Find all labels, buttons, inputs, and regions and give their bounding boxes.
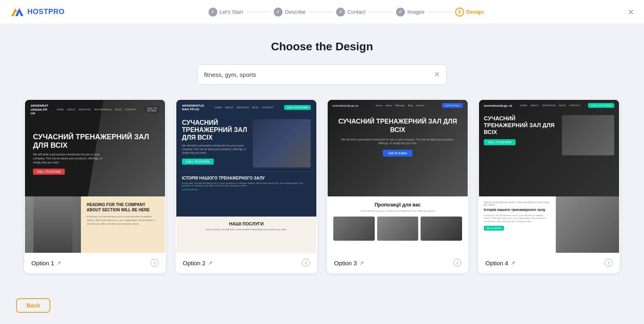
card4-external-icon[interactable]: ↗ [511,260,515,266]
logo: HOSTPRO [10,5,65,19]
card3-hero-title: Сучасний тренажерний зал для всіх [336,118,460,134]
step-check-4: ✓ [396,8,405,17]
card1-info-icon[interactable]: i [151,259,159,267]
card3-offerings-sub: In this Section, we aim to write a sub h… [333,209,462,213]
card4-hero: arsenratusnak.pp. ua HOME ABOUT OFFERING… [479,100,619,196]
search-clear-button[interactable]: ✕ [434,70,440,79]
step-contact[interactable]: ✓ Contact [336,8,365,17]
logo-text: HOSTPRO [27,8,65,16]
step-line-2 [309,12,333,12]
card4-label: Option 4 ↗ [485,260,515,266]
card4-info-icon[interactable]: i [605,259,613,267]
card2-services-title: НАШІ ПОСЛУГИ [182,221,311,226]
card3-logo: arsenratusnak.pp.ua [332,104,358,107]
card1-preview: ARSENRATUSNAK.PP.UA HOME ABOUT SERVICES … [25,100,165,253]
top-bar: HOSTPRO ✓ Let's Start ✓ Describe ✓ Conta… [0,0,644,24]
card2-hero-content: СУЧАСНИЙ ТРЕНАЖЕРНИЙ ЗАЛ ДЛЯ ВСІХ We wil… [176,115,316,171]
design-card-option1[interactable]: ARSENRATUSNAK.PP.UA HOME ABOUT SERVICES … [24,99,166,273]
card3-hero: arsenratusnak.pp.ua Home About Offerings… [328,100,468,196]
step-images[interactable]: ✓ Images [396,8,425,17]
card1-logo: ARSENRATUSNAK.PP.UA [31,104,48,116]
card4-about-img [556,196,619,253]
card1-footer: Option 1 ↗ i [25,253,165,272]
card1-links: HOME ABOUT SERVICES TESTIMONIALS BLOG CO… [57,108,136,111]
card3-img-1 [333,217,375,241]
card4-hero-content: Сучасний тренажерний зал для всіх CALL T… [479,111,619,159]
card2-preview: ARSENRATUSNAK.PP.UA HOME ABOUT SERVICES … [176,100,316,253]
card3-footer: Option 3 ↗ i [328,253,468,272]
card4-about: PRESS DESCRIBING WHAT YOUR BUSINESS DOES… [479,196,619,253]
main-content: Choose the Design ✕ ARSENRATUSNAK.PP.UA … [0,24,644,289]
card3-info-icon[interactable]: i [453,259,461,267]
card4-hero-img [562,115,614,155]
card1-hero-title: СУЧАСНИЙ ТРЕНАЖЕРНИЙ ЗАЛ ДЛЯ ВСІХ [33,133,157,149]
card1-hero: ARSENRATUSNAK.PP.UA HOME ABOUT SERVICES … [25,100,165,196]
card3-images [333,217,462,241]
card3-nav: arsenratusnak.pp.ua Home About Offerings… [328,100,468,111]
card2-about-title: ІСТОРІЯ НАШОГО ТРЕНАЖЕРНОГО ЗАЛУ [182,176,311,180]
page-title: Choose the Design [24,40,620,53]
design-card-option4[interactable]: arsenratusnak.pp. ua HOME ABOUT OFFERING… [478,99,620,273]
card2-nav: ARSENRATUSNAK.PP.UA HOME ABOUT SERVICES … [176,100,316,115]
card4-nav: arsenratusnak.pp. ua HOME ABOUT OFFERING… [479,100,619,111]
card4-preview: arsenratusnak.pp. ua HOME ABOUT OFFERING… [479,100,619,253]
card4-read-more: READ MORE [484,226,504,231]
card2-footer: Option 2 ↗ i [176,253,316,272]
card4-hero-title: Сучасний тренажерний зал для всіх [484,115,559,135]
step-check-3: ✓ [336,8,345,17]
card4-about-card: PRESS DESCRIBING WHAT YOUR BUSINESS DOES… [479,196,556,253]
step-design[interactable]: 5 Design [455,8,484,17]
card1-about-heading: HEADING FOR THE COMPANY ABOUT SECTION WI… [87,202,159,213]
card1-about-img [25,196,81,253]
stepper: ✓ Let's Start ✓ Describe ✓ Contact ✓ Ima… [208,8,484,17]
card3-cta: Call To Action [383,150,413,157]
card2-hero-title: СУЧАСНИЙ ТРЕНАЖЕРНИЙ ЗАЛ ДЛЯ ВСІХ [182,119,249,141]
card4-footer: Option 4 ↗ i [479,253,619,272]
step-line-3 [369,12,393,12]
card1-label: Option 1 ↗ [31,260,61,266]
card2-info-icon[interactable]: i [302,259,310,267]
step-lets-start[interactable]: ✓ Let's Start [208,8,243,17]
card2-hero-sub: We will write a persuasive introduction … [182,144,249,155]
back-button[interactable]: Back [16,298,50,313]
card2-services-sub: In this section, we will write a sub hea… [182,228,311,231]
card2-about: ІСТОРІЯ НАШОГО ТРЕНАЖЕРНОГО ЗАЛУ In this… [176,171,316,195]
card3-img-2 [377,217,419,241]
card1-cta: CALL TO ACTION [33,169,65,175]
search-input[interactable] [204,71,434,78]
card3-offerings: Пропозиції для вас In this Section, we a… [328,196,468,253]
card3-preview: arsenratusnak.pp.ua Home About Offerings… [328,100,468,253]
card3-label: Option 3 ↗ [334,260,364,266]
design-card-option2[interactable]: ARSENRATUSNAK.PP.UA HOME ABOUT SERVICES … [175,99,317,273]
card3-offerings-title: Пропозиції для вас [333,202,462,208]
step-line-4 [428,12,452,12]
step-num-5: 5 [455,8,464,17]
card1-hero-sub: We will write a persuasive introduction … [33,153,105,164]
card4-cta: CALL TO ACTION [484,139,516,145]
card2-external-icon[interactable]: ↗ [208,260,213,266]
card1-nav: ARSENRATUSNAK.PP.UA HOME ABOUT SERVICES … [25,104,165,116]
close-button[interactable]: ✕ [627,8,634,16]
step-describe[interactable]: ✓ Describe [274,8,305,17]
card2-learn-more: LEARN MORE › [182,188,311,191]
search-bar: ✕ [197,64,447,85]
card1-external-icon[interactable]: ↗ [57,260,61,266]
designs-grid: ARSENRATUSNAK.PP.UA HOME ABOUT SERVICES … [24,99,620,273]
card4-about-title: Історія нашого тренажерного залу [484,208,551,213]
card2-hero: ARSENRATUSNAK.PP.UA HOME ABOUT SERVICES … [176,100,316,217]
card4-about-body: In this part, we will introduce you or y… [484,214,551,223]
design-card-option3[interactable]: arsenratusnak.pp.ua Home About Offerings… [327,99,469,273]
card3-hero-sub: We will write a persuasive introduction … [336,138,460,145]
step-check-2: ✓ [274,8,283,17]
card2-hero-img [253,119,311,167]
card3-external-icon[interactable]: ↗ [359,260,364,266]
card2-logo: ARSENRATUSNAK.PP.UA [182,104,204,111]
card1-about-text: HEADING FOR THE COMPANY ABOUT SECTION WI… [81,196,165,253]
logo-icon [10,5,24,19]
step-line-1 [246,12,270,12]
card3-img-3 [421,217,462,241]
card1-about-body: In this part, we will introduce you or y… [87,215,159,226]
step-check-1: ✓ [208,8,217,17]
card1-about: HEADING FOR THE COMPANY ABOUT SECTION WI… [25,196,165,253]
card4-logo: arsenratusnak.pp. ua [484,104,512,107]
